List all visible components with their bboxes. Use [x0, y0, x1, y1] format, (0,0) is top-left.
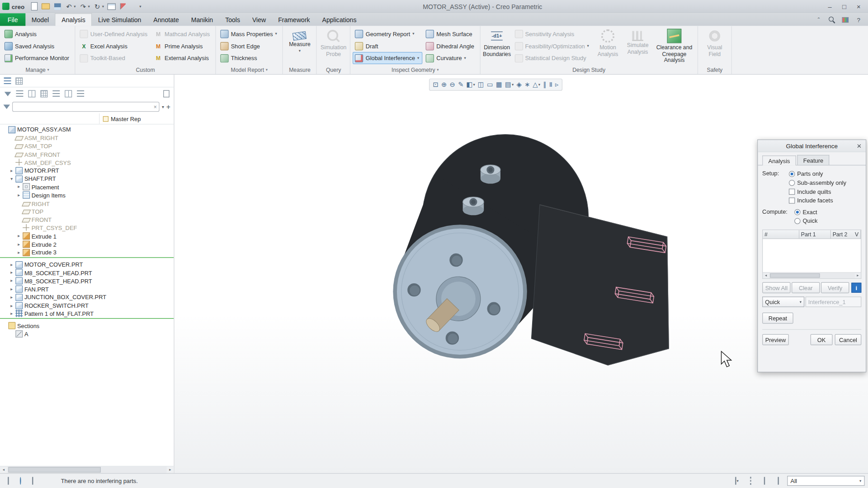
ribbon-button[interactable]: Global Interference▾	[353, 52, 423, 64]
add-filter-icon[interactable]: +	[166, 103, 170, 111]
tree-item[interactable]	[0, 318, 174, 321]
scrollbar-thumb[interactable]	[770, 273, 820, 278]
tree-item[interactable]: A	[0, 330, 174, 338]
bolt-hole[interactable]	[446, 331, 459, 344]
scroll-right-icon[interactable]: ▸	[167, 466, 174, 473]
search-icon[interactable]	[827, 15, 837, 24]
option-control[interactable]	[794, 209, 800, 215]
ribbon-button[interactable]: Performance Monitor	[2, 52, 73, 64]
tree-item[interactable]: FRONT	[0, 216, 174, 224]
tree-item[interactable]: ▸ Extrude 1	[0, 232, 174, 240]
table-column-header[interactable]: Part 1	[799, 230, 831, 238]
setup-option[interactable]: Include facets	[789, 197, 846, 204]
expand-arrow-icon[interactable]: ▸	[10, 278, 15, 283]
compute-option[interactable]: Quick	[794, 217, 817, 225]
ribbon-tab[interactable]: View	[246, 13, 272, 26]
named-views-icon[interactable]: ◈	[515, 80, 523, 89]
tree-search-input[interactable]	[15, 103, 154, 110]
tree-rep-column[interactable]: Master Rep	[99, 115, 141, 122]
dialog-tab[interactable]: Feature	[797, 155, 829, 165]
flag-icon[interactable]	[118, 2, 128, 11]
ribbon-tab[interactable]: Applications	[316, 13, 363, 26]
group-label-model-report[interactable]: Model Report▾	[218, 65, 281, 74]
section-view-icon[interactable]: ◫	[476, 80, 485, 89]
filter-options-dropdown-icon[interactable]: ▾	[162, 104, 164, 109]
clear-button[interactable]: Clear	[792, 282, 820, 293]
ribbon-tab[interactable]: Analysis	[55, 13, 92, 26]
option-control[interactable]	[789, 197, 795, 203]
zoom-in-icon[interactable]: ⊕	[440, 80, 448, 89]
expand-arrow-icon[interactable]: ▸	[10, 262, 15, 267]
tree-item[interactable]: ▾ SHAFT.PRT	[0, 175, 174, 183]
tree-item[interactable]: ▸ MOTOR.PRT	[0, 167, 174, 175]
cancel-button[interactable]: Cancel	[835, 334, 862, 345]
repaint-icon[interactable]: ✎	[457, 80, 464, 89]
new-file-icon[interactable]	[29, 2, 39, 11]
snapshot-icon[interactable]	[760, 476, 769, 485]
socket-screw-top[interactable]	[481, 165, 500, 184]
tree-item[interactable]: Sections	[0, 322, 174, 330]
close-button[interactable]: ×	[851, 1, 866, 12]
annotation-display-icon[interactable]: ∥	[542, 80, 547, 89]
ribbon-tab[interactable]: Live Simulation	[92, 13, 147, 26]
tree-item[interactable]: ▸ M8_SOCKET_HEAD.PRT	[0, 269, 174, 277]
box-select-icon[interactable]	[745, 476, 755, 485]
redo-icon[interactable]: ▾	[78, 2, 91, 11]
expand-arrow-icon[interactable]: ▸	[18, 184, 23, 189]
bolt-hole[interactable]	[449, 253, 462, 267]
tree-item[interactable]	[0, 257, 174, 260]
expand-all-icon[interactable]	[52, 89, 60, 98]
info-button[interactable]: i	[851, 283, 861, 293]
continue-icon[interactable]: ▹	[554, 80, 560, 89]
render-style-icon[interactable]: ∗	[523, 80, 531, 89]
zoom-out-icon[interactable]: ⊖	[448, 80, 456, 89]
expand-arrow-icon[interactable]: ▸	[18, 242, 23, 247]
tree-item[interactable]: RIGHT	[0, 199, 174, 207]
tree-item[interactable]: ▸ MOTOR_COVER.PRT	[0, 260, 174, 268]
customize-qat-icon[interactable]: ▾	[129, 2, 142, 11]
ribbon-button[interactable]: Dihedral Angle	[424, 40, 477, 52]
model-tree-toggle-icon[interactable]	[3, 476, 13, 485]
tree-horizontal-scrollbar[interactable]: ◂ ▸	[0, 466, 174, 473]
scrollbar-thumb[interactable]	[8, 467, 101, 472]
motion-analysis-button[interactable]: Motion Analysis	[594, 28, 623, 62]
compute-option[interactable]: Exact	[794, 208, 817, 216]
column-display-icon[interactable]	[28, 89, 36, 98]
ribbon-tab[interactable]: File	[0, 13, 25, 26]
transparency-icon[interactable]: ▭	[486, 80, 494, 89]
ribbon-button[interactable]: Mass Properties▾	[218, 28, 281, 40]
ribbon-button[interactable]: Curvature▾	[424, 52, 477, 64]
expand-arrow-icon[interactable]: ▸	[10, 311, 15, 316]
expand-arrow-icon[interactable]: ▸	[18, 192, 23, 197]
tree-item[interactable]: ASM_RIGHT	[0, 134, 174, 142]
tree-item[interactable]: ASM_DEF_CSYS	[0, 158, 174, 166]
ribbon-button[interactable]: Geometry Report▾	[353, 28, 423, 40]
table-column-header[interactable]: V	[853, 230, 861, 238]
analysis-name-field[interactable]: Interference_1	[806, 296, 862, 307]
clear-filter-icon[interactable]: ×	[154, 104, 157, 110]
minimize-ribbon-icon[interactable]: ˆ	[814, 15, 824, 24]
group-label-inspect-geometry[interactable]: Inspect Geometry▾	[353, 65, 478, 74]
new-object-icon[interactable]	[28, 476, 38, 485]
table-column-header[interactable]: #	[763, 230, 799, 238]
ribbon-button[interactable]: Saved Analysis	[2, 40, 73, 52]
table-column-header[interactable]: Part 2	[831, 230, 853, 238]
tree-settings-doc-icon[interactable]	[162, 89, 170, 98]
option-control[interactable]	[789, 188, 795, 194]
simulate-analysis-button[interactable]: Simulate Analysis	[623, 28, 652, 62]
windows-icon[interactable]	[106, 2, 117, 11]
repeat-button[interactable]: Repeat	[762, 313, 793, 324]
tree-filters-icon[interactable]	[3, 89, 11, 98]
tree-item[interactable]: PRT_CSYS_DEF	[0, 224, 174, 232]
maximize-button[interactable]: □	[837, 1, 851, 12]
tree-item[interactable]: MOTOR_ASSY.ASM	[0, 126, 174, 134]
tree-item[interactable]: ▸ M8_SOCKET_HEAD.PRT	[0, 277, 174, 285]
table-horizontal-scrollbar[interactable]: ◂ ▸	[762, 273, 861, 279]
setup-option[interactable]: Include quilts	[789, 188, 846, 195]
expand-arrow-icon[interactable]: ▸	[10, 270, 15, 275]
appearance-icon[interactable]: ▦	[495, 80, 503, 89]
socket-screw-lower[interactable]	[463, 197, 484, 215]
visual-field-button[interactable]: Visual Field	[700, 28, 729, 62]
tree-item[interactable]: TOP	[0, 207, 174, 216]
tree-item[interactable]: ASM_TOP	[0, 142, 174, 150]
